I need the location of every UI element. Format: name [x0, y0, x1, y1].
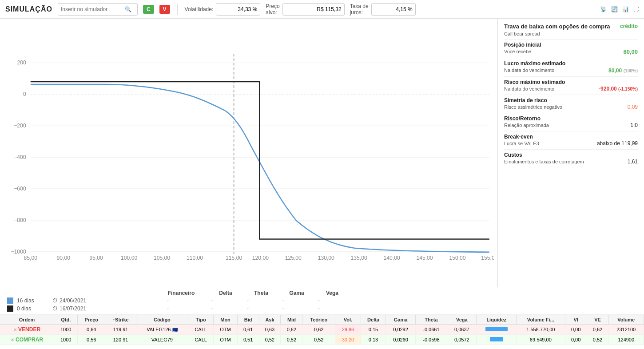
simetria-row: Simetria de risco Risco assimétrico nega…: [504, 95, 638, 110]
lucro-value: 80,00 (100%): [608, 67, 638, 74]
td-vega-1: 0,0572: [447, 335, 477, 345]
svg-text:−200: −200: [14, 123, 26, 129]
td-mon-0: OTM: [214, 325, 237, 335]
legend-gama-0: -: [266, 297, 301, 304]
strategy-header: Trava de baixa com opções de compra créd…: [504, 23, 638, 36]
chart-line-black: [31, 82, 489, 239]
td-ve-1: 0,52: [587, 335, 608, 345]
col-volume-fi: Volume Fi...: [516, 315, 565, 325]
credit-label: crédito: [620, 23, 638, 29]
td-qtd-1: 1000: [54, 335, 78, 345]
posicao-inicial-title: Posição inicial: [504, 42, 638, 48]
financeiro-col-header: Financeiro: [155, 290, 208, 296]
svg-text:−400: −400: [14, 154, 26, 160]
risco-retorno-title: Risco/Retorno: [504, 115, 638, 122]
col-theta: Theta: [415, 315, 447, 325]
taxa-juros-input[interactable]: [371, 3, 416, 16]
col-vega: Vega: [447, 315, 477, 325]
legend-date-1: ⏱ 16/07/2021: [52, 305, 141, 312]
strategy-title: Trava de baixa com opções de compra: [504, 23, 610, 31]
simetria-title: Simetria de risco: [504, 97, 638, 103]
td-codigo-1: VALEG79: [136, 335, 188, 345]
svg-text:145,00: 145,00: [416, 255, 433, 261]
risco-label: Na data do vencimento: [504, 86, 554, 91]
td-teorico-1: 0,52: [302, 335, 335, 345]
risco-retorno-row: Risco/Retorno Relação aproximada 1:0: [504, 113, 638, 128]
search-box[interactable]: 🔍: [58, 3, 138, 16]
td-strike-0: 119,91: [105, 325, 136, 335]
svg-text:−600: −600: [14, 186, 26, 192]
chart-svg: 200 0 −200 −400 −600 −800 −1000 85,00 90…: [4, 22, 494, 283]
risco-assimetrico-label: Risco assimétrico negativo: [504, 104, 562, 110]
td-vi-0: 0,00: [565, 325, 587, 335]
rss-icon[interactable]: 📡: [600, 6, 607, 12]
legend-delta-1: -: [195, 305, 230, 312]
lucro-venc-label: Na data do vencimento: [504, 67, 554, 73]
td-theta-0: -0,0661: [415, 325, 447, 335]
chart-icon[interactable]: 📊: [622, 6, 629, 12]
td-mid-0: 0,62: [281, 325, 302, 335]
volatilidade-input[interactable]: [216, 3, 260, 16]
col-bid: Bid: [237, 315, 259, 325]
positions-table: Ordem Qtd. Preço ↑Strike Código Tipo Mon…: [0, 315, 644, 345]
legend-row-0: 16 dias ⏱ 24/06/2021 - - - - -: [7, 297, 637, 304]
custos-value: 1,61: [628, 159, 638, 165]
remove-btn-0[interactable]: ✕: [13, 327, 17, 332]
svg-text:150,00: 150,00: [449, 255, 465, 261]
btn-c[interactable]: C: [143, 5, 154, 14]
td-gama-0: 0,0292: [386, 325, 415, 335]
legend-header: Financeiro Delta Theta Gama Vega: [7, 290, 637, 296]
td-vol-0: 29,86: [335, 325, 361, 335]
svg-text:−800: −800: [14, 217, 26, 223]
col-delta: Delta: [361, 315, 386, 325]
td-qtd-0: 1000: [54, 325, 78, 335]
td-volume-1: 124900: [608, 335, 644, 345]
breakeven-value: abaixo de 119,99: [597, 140, 638, 147]
svg-text:0: 0: [23, 91, 26, 97]
td-preco-0: 0,64: [78, 325, 105, 335]
legend-fin-0: -: [141, 297, 195, 304]
td-vol-fi-1: 69.549,00: [516, 335, 565, 345]
search-input[interactable]: [61, 6, 123, 12]
td-ask-0: 0,63: [259, 325, 281, 335]
preco-alvo-input[interactable]: [282, 3, 345, 16]
td-strike-1: 120,91: [105, 335, 136, 345]
td-tipo-1: CALL: [188, 335, 214, 345]
legend-theta-1: -: [230, 305, 266, 312]
breakeven-title: Break-even: [504, 134, 638, 140]
bottom-table: Ordem Qtd. Preço ↑Strike Código Tipo Mon…: [0, 315, 644, 349]
legend-days-1: 0 dias: [17, 305, 52, 312]
risco-maximo-row: Risco máximo estimado Na data do vencime…: [504, 76, 638, 92]
delta-col-header: Delta: [208, 290, 243, 296]
td-delta-0: 0,15: [361, 325, 386, 335]
svg-text:110,00: 110,00: [187, 255, 203, 261]
search-icon: 🔍: [125, 6, 131, 12]
td-vol-fi-0: 1.558.770,00: [516, 325, 565, 335]
td-theta-1: -0,0598: [415, 335, 447, 345]
td-liquidez-0: [477, 325, 517, 335]
refresh-icon[interactable]: 🔄: [611, 6, 618, 12]
svg-text:125,00: 125,00: [285, 255, 302, 261]
svg-text:130,00: 130,00: [318, 255, 334, 261]
eu-flag-0: 🇪🇺: [172, 327, 178, 332]
breakeven-row: Break-even Lucra se VALE3 abaixo de 119,…: [504, 131, 638, 147]
btn-v[interactable]: V: [159, 5, 170, 14]
td-codigo-0: VALEG126 🇪🇺: [136, 325, 188, 335]
svg-text:140,00: 140,00: [384, 255, 400, 261]
col-preco: Preço: [78, 315, 105, 325]
remove-btn-1[interactable]: ✕: [11, 337, 14, 342]
gama-col-header: Gama: [279, 290, 314, 296]
col-volume: Volume: [608, 315, 644, 325]
td-ordem-0: ✕ VENDER: [0, 325, 54, 335]
svg-text:105,00: 105,00: [154, 255, 170, 261]
legend-gama-1: -: [266, 305, 301, 312]
legend-area: Financeiro Delta Theta Gama Vega 16 dias…: [0, 287, 644, 315]
lucro-maximo-row: Lucro máximo estimado Na data do vencime…: [504, 58, 638, 74]
app-title: SIMULAÇÃO: [5, 5, 52, 13]
expand-icon[interactable]: ⛶: [633, 6, 639, 12]
volatilidade-label: Volatilidade:: [185, 6, 214, 12]
col-ask: Ask: [259, 315, 281, 325]
chart-area: 200 0 −200 −400 −600 −800 −1000 85,00 90…: [0, 19, 497, 287]
table-row-1: ✕ COMPRAR 1000 0,56 120,91 VALEG79 CALL …: [0, 335, 644, 345]
custos-title: Custos: [504, 152, 638, 158]
